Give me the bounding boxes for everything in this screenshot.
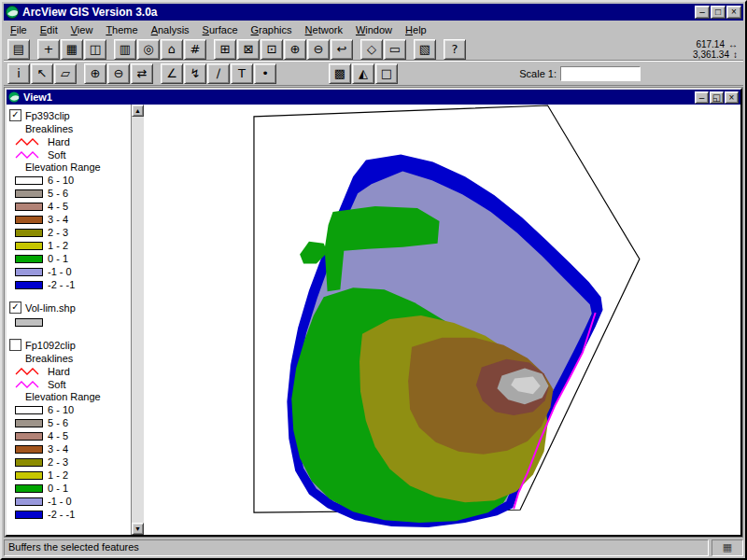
snap-tool-button[interactable]: ◭ <box>352 63 374 84</box>
view-icon <box>8 91 20 103</box>
menu-theme[interactable]: Theme <box>99 22 144 37</box>
find-button[interactable]: ◎ <box>137 39 160 60</box>
buffer-button[interactable]: ▧ <box>414 39 436 60</box>
buffer-icon: ▧ <box>419 43 430 55</box>
legend-item: -1 - 0 <box>7 495 131 508</box>
measure-tool-button[interactable]: ∠ <box>161 63 183 84</box>
help-icon: ? <box>452 43 458 55</box>
legend-item: 1 - 2 <box>7 239 131 252</box>
open-theme-table-button[interactable]: ▥ <box>114 39 136 60</box>
zoom-out-icon: ⊖ <box>314 43 324 55</box>
toc-theme-fp1092clip: Fp1092clip Breaklines Hard Soft Elevatio… <box>7 337 131 521</box>
theme-name[interactable]: Fp393clip <box>25 110 70 121</box>
map-canvas[interactable] <box>144 105 740 535</box>
zoom-selected-button[interactable]: ⊡ <box>261 39 283 60</box>
menu-graphics[interactable]: Graphics <box>245 22 299 37</box>
select-shape-tool-button[interactable]: ▩ <box>329 63 351 84</box>
vertex-edit-tool-button[interactable]: ▱ <box>54 63 77 84</box>
menu-bar: File Edit View Theme Analysis Surface Gr… <box>4 21 743 37</box>
theme-header[interactable]: ✓ Vol-lim.shp <box>7 300 131 315</box>
toc-theme-fp393clip: ✓ Fp393clip Breaklines Hard Soft Elevat <box>7 107 131 291</box>
theme-properties-button[interactable]: ▦ <box>61 39 83 60</box>
maximize-button[interactable]: □ <box>711 6 726 19</box>
color-swatch <box>15 189 43 198</box>
scroll-up-button[interactable]: ▲ <box>132 105 144 117</box>
hot-link-tool-button[interactable]: ↯ <box>184 63 206 84</box>
zoom-in-button[interactable]: ⊕ <box>284 39 306 60</box>
clear-selection-button[interactable]: ▭ <box>384 39 406 60</box>
pan-icon: ⇄ <box>137 67 148 79</box>
color-swatch <box>15 406 43 414</box>
view-restore-icon: ◱ <box>712 92 721 103</box>
color-swatch <box>15 432 43 441</box>
legend-section-label: Elevation Range <box>7 161 131 174</box>
zoom-out-tool-button[interactable]: ⊖ <box>107 63 130 84</box>
pan-tool-button[interactable]: ⇄ <box>131 63 153 84</box>
view-title-bar[interactable]: View1 – ◱ × <box>7 90 740 105</box>
legend-item: 2 - 3 <box>7 455 131 469</box>
view-minimize-button[interactable]: – <box>695 91 709 104</box>
measure-icon: ∠ <box>166 67 177 79</box>
zoom-out-button[interactable]: ⊖ <box>307 39 330 60</box>
menu-edit[interactable]: Edit <box>34 22 64 37</box>
menu-network[interactable]: Network <box>299 22 349 37</box>
map-area[interactable] <box>144 105 740 535</box>
toc-scrollbar[interactable]: ▲ ▼ <box>131 105 144 535</box>
theme-checkbox[interactable]: ✓ <box>9 301 21 314</box>
title-bar: ArcView GIS Version 3.0a – □ × <box>4 4 743 21</box>
theme-name[interactable]: Fp1092clip <box>25 340 76 351</box>
text-tool-button[interactable]: T <box>231 63 253 84</box>
menu-view[interactable]: View <box>64 22 100 37</box>
text-icon: T <box>238 67 246 79</box>
coordinate-y-value: 3,361.34 <box>693 49 729 60</box>
scrollbar-track[interactable] <box>132 117 144 523</box>
legend-item-label: 3 - 4 <box>48 214 68 225</box>
legend-item: 5 - 6 <box>7 187 131 200</box>
zoom-active-theme-button[interactable]: ⊠ <box>237 39 260 60</box>
pointer-tool-button[interactable]: ↖ <box>31 63 53 84</box>
scroll-down-button[interactable]: ▼ <box>132 523 144 535</box>
identify-tool-button[interactable]: i <box>7 63 30 84</box>
zoom-in-tool-button[interactable]: ⊕ <box>84 63 106 84</box>
edit-legend-button[interactable]: ◫ <box>84 39 106 60</box>
select-by-graphic-button[interactable]: ◇ <box>360 39 383 60</box>
theme-name[interactable]: Vol-lim.shp <box>25 302 76 314</box>
clear-selection-icon: ▭ <box>389 43 401 55</box>
scale-label: Scale 1: <box>519 68 557 79</box>
zoom-full-extent-button[interactable]: ⊞ <box>214 39 236 60</box>
legend-item: 3 - 4 <box>7 442 131 455</box>
menu-analysis[interactable]: Analysis <box>145 22 196 37</box>
close-button[interactable]: × <box>726 6 741 19</box>
menu-help[interactable]: Help <box>399 22 433 37</box>
menu-window[interactable]: Window <box>349 22 399 37</box>
view-restore-button[interactable]: ◱ <box>710 91 724 104</box>
locate-address-button[interactable]: ⌂ <box>161 39 183 60</box>
theme-header[interactable]: ✓ Fp393clip <box>7 107 131 123</box>
zoom-previous-button[interactable]: ↩ <box>331 39 353 60</box>
legend-item: 0 - 1 <box>7 252 131 265</box>
draw-rectangle-tool-button[interactable]: □ <box>375 63 398 84</box>
legend-section-label: Elevation Range <box>7 391 131 403</box>
query-builder-button[interactable]: # <box>184 39 206 60</box>
view-close-button[interactable]: × <box>725 91 739 104</box>
minimize-button[interactable]: – <box>695 6 710 19</box>
label-tool-button[interactable]: ∕ <box>207 63 230 84</box>
scale-input[interactable] <box>560 66 641 81</box>
menu-surface[interactable]: Surface <box>196 22 245 37</box>
save-icon: ▤ <box>13 43 24 55</box>
zoom-selected-icon: ⊡ <box>267 43 277 55</box>
theme-checkbox[interactable] <box>9 339 21 351</box>
horizontal-arrows-icon: ↔ <box>728 39 738 49</box>
menu-file[interactable]: File <box>4 22 34 37</box>
legend-item-label: 1 - 2 <box>48 469 68 481</box>
theme-checkbox[interactable]: ✓ <box>9 109 21 121</box>
check-icon: ✓ <box>11 301 19 312</box>
save-button[interactable]: ▤ <box>7 39 30 60</box>
help-button[interactable]: ? <box>444 39 466 60</box>
arcview-window: ArcView GIS Version 3.0a – □ × File Edit… <box>0 0 747 560</box>
add-theme-button[interactable]: + <box>37 39 60 60</box>
zoom-in-icon: ⊕ <box>290 43 301 55</box>
theme-header[interactable]: Fp1092clip <box>7 337 131 353</box>
hot-link-icon: ↯ <box>190 67 201 79</box>
draw-point-tool-button[interactable]: • <box>254 63 276 84</box>
